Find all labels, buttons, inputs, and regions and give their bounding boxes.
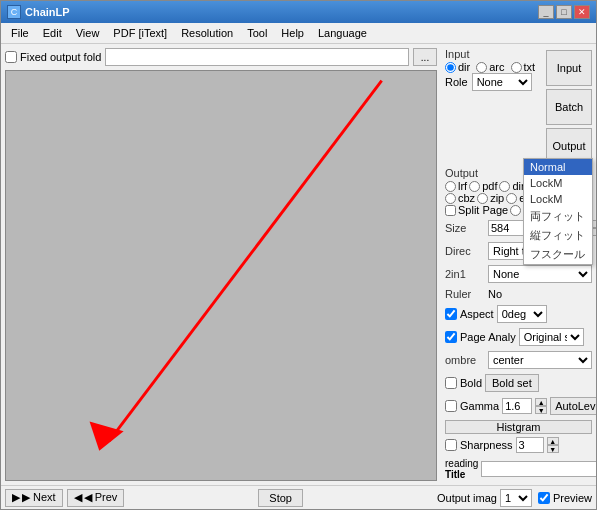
txt-radio[interactable] xyxy=(511,62,522,73)
menu-view[interactable]: View xyxy=(70,25,106,41)
app-icon: C xyxy=(7,5,21,19)
arc-radio-label[interactable]: arc xyxy=(476,61,504,73)
bold-checkbox[interactable] xyxy=(445,377,457,389)
page-analysis-checkbox[interactable] xyxy=(445,331,457,343)
next-label: ▶ Next xyxy=(22,491,56,504)
menu-edit[interactable]: Edit xyxy=(37,25,68,41)
dropdown-item-tatefit[interactable]: 縦フィット xyxy=(524,226,592,245)
preview-label: Preview xyxy=(553,492,592,504)
sharpness-label: Sharpness xyxy=(460,439,513,451)
preview-area xyxy=(5,70,437,481)
status-center: Stop xyxy=(258,489,303,507)
split-checkbox[interactable] xyxy=(445,205,456,216)
role-select[interactable]: None xyxy=(472,73,532,91)
browse-button[interactable]: ... xyxy=(413,48,437,66)
dropdown-item-ryofit[interactable]: 両フィット xyxy=(524,207,592,226)
cbz-radio-label[interactable]: cbz xyxy=(445,192,475,204)
dropdown-item-fusukuru[interactable]: フスクール xyxy=(524,245,592,264)
dropdown-item-lockm1[interactable]: LockM xyxy=(524,175,592,191)
menu-pdf[interactable]: PDF [iText] xyxy=(107,25,173,41)
output-img-label: Output imag xyxy=(437,492,497,504)
menu-resolution[interactable]: Resolution xyxy=(175,25,239,41)
size-label: Size xyxy=(445,222,485,234)
txt-radio-label[interactable]: txt xyxy=(511,61,536,73)
ombre-row: ombre center xyxy=(445,351,592,369)
out-dir-radio-label[interactable]: dir xyxy=(499,180,524,192)
pdf-radio-label[interactable]: pdf xyxy=(469,180,497,192)
preview-label-row[interactable]: Preview xyxy=(538,492,592,504)
histogram-button[interactable]: Histgram xyxy=(445,420,592,434)
title-bar-left: C ChainLP xyxy=(7,5,70,19)
sharpness-up[interactable]: ▲ xyxy=(547,437,559,445)
twoin1-select[interactable]: None xyxy=(488,265,592,283)
input-section: Input dir arc txt xyxy=(445,48,542,91)
ruler-row: Ruler No xyxy=(445,288,592,300)
preview-checkbox[interactable] xyxy=(538,492,550,504)
maximize-button[interactable]: □ xyxy=(556,5,572,19)
dropdown-item-lockm2[interactable]: LockM xyxy=(524,191,592,207)
size-width-input[interactable] xyxy=(488,220,526,236)
zip-radio-label[interactable]: zip xyxy=(477,192,504,204)
next-icon: ▶ xyxy=(12,491,20,504)
window-title: ChainLP xyxy=(25,6,70,18)
sharpness-input[interactable] xyxy=(516,437,544,453)
main-content: Fixed output fold ... Input xyxy=(1,44,596,485)
input-button[interactable]: Input xyxy=(546,50,592,86)
arc-radio[interactable] xyxy=(476,62,487,73)
ombre-select[interactable]: center xyxy=(488,351,592,369)
split-text: Split Page xyxy=(458,204,508,216)
page-analysis-select[interactable]: Original size xyxy=(519,328,584,346)
zip-radio[interactable] xyxy=(477,193,488,204)
gamma-spin: ▲ ▼ xyxy=(535,398,547,414)
twoin1-label: 2in1 xyxy=(445,268,485,280)
minimize-button[interactable]: _ xyxy=(538,5,554,19)
epub-radio[interactable] xyxy=(506,193,517,204)
prev-label: ◀ Prev xyxy=(84,491,118,504)
fixed-output-label[interactable]: Fixed output fold xyxy=(5,51,101,63)
out-dir-radio[interactable] xyxy=(499,181,510,192)
cbz-text: cbz xyxy=(458,192,475,204)
bold-label: Bold xyxy=(460,377,482,389)
menu-tool[interactable]: Tool xyxy=(241,25,273,41)
reading-title-labels: reading Title xyxy=(445,458,478,480)
menu-language[interactable]: Language xyxy=(312,25,373,41)
next-button[interactable]: ▶ ▶ Next xyxy=(5,489,63,507)
split-radio-label[interactable]: Split Page xyxy=(445,204,508,216)
sharpness-checkbox[interactable] xyxy=(445,439,457,451)
ruler-label: Ruler xyxy=(445,288,485,300)
fixed-output-checkbox[interactable] xyxy=(5,51,17,63)
lrf-radio[interactable] xyxy=(445,181,456,192)
role-row: Role None xyxy=(445,73,542,91)
aspect-checkbox[interactable] xyxy=(445,308,457,320)
bottom-bar: ▶ ▶ Next ◀ ◀ Prev Stop Output imag 1 Pre… xyxy=(1,485,596,509)
batch-button[interactable]: Batch xyxy=(546,89,592,125)
gamma-input[interactable] xyxy=(502,398,532,414)
gamma-label: Gamma xyxy=(460,400,499,412)
page-analysis-row: Page Analy Original size xyxy=(445,328,592,346)
cbz-radio[interactable] xyxy=(445,193,456,204)
sharpness-down[interactable]: ▼ xyxy=(547,445,559,453)
gamma-up[interactable]: ▲ xyxy=(535,398,547,406)
gamma-down[interactable]: ▼ xyxy=(535,406,547,414)
bold-set-button[interactable]: Bold set xyxy=(485,374,539,392)
sharpness-row: Sharpness ▲ ▼ xyxy=(445,437,592,453)
prev-button[interactable]: ◀ ◀ Prev xyxy=(67,489,125,507)
close-button[interactable]: ✕ xyxy=(574,5,590,19)
dir-radio[interactable] xyxy=(445,62,456,73)
status-right: Output imag 1 Preview xyxy=(437,489,592,507)
reading-title-input[interactable] xyxy=(481,461,596,477)
dir-radio-label[interactable]: dir xyxy=(445,61,470,73)
pdf-radio[interactable] xyxy=(469,181,480,192)
zip-text: zip xyxy=(490,192,504,204)
dropdown-item-normal[interactable]: Normal xyxy=(524,159,592,175)
gamma-checkbox[interactable] xyxy=(445,400,457,412)
mobi-radio[interactable] xyxy=(510,205,521,216)
autolevel-button[interactable]: AutoLevel xyxy=(550,397,596,415)
menu-file[interactable]: File xyxy=(5,25,35,41)
stop-button[interactable]: Stop xyxy=(258,489,303,507)
lrf-radio-label[interactable]: lrf xyxy=(445,180,467,192)
aspect-select[interactable]: 0deg xyxy=(497,305,547,323)
menu-help[interactable]: Help xyxy=(275,25,310,41)
output-folder-input[interactable] xyxy=(105,48,409,66)
output-img-select[interactable]: 1 xyxy=(500,489,532,507)
